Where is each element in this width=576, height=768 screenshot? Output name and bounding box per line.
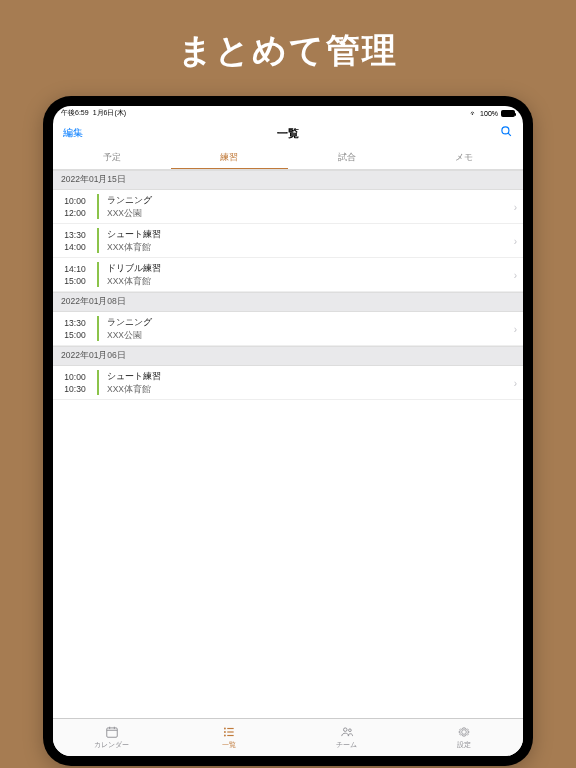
start-time: 14:10 <box>64 264 85 274</box>
svg-point-7 <box>224 731 226 733</box>
event-location: XXX体育館 <box>107 276 505 288</box>
search-button[interactable] <box>500 125 513 141</box>
tab-label: メモ <box>455 151 473 164</box>
status-date: 1月6日(木) <box>93 108 126 118</box>
time-range: 13:3015:00 <box>53 312 97 345</box>
event-location: XXX公園 <box>107 330 505 342</box>
chevron-right-icon: › <box>514 235 517 246</box>
chevron-right-icon: › <box>514 269 517 280</box>
tabbar-settings[interactable]: 設定 <box>406 719 524 756</box>
tab-label: 練習 <box>220 151 238 164</box>
list-item[interactable]: 14:1015:00ドリブル練習XXX体育館› <box>53 258 523 292</box>
svg-rect-9 <box>228 728 234 729</box>
end-time: 10:30 <box>64 384 85 394</box>
row-content: ランニングXXX公園 <box>99 190 505 223</box>
tab-practice[interactable]: 練習 <box>171 146 289 169</box>
row-content: ランニングXXX公園 <box>99 312 505 345</box>
section-header: 2022年01月06日 <box>53 346 523 366</box>
status-time: 午後6:59 <box>61 108 89 118</box>
end-time: 12:00 <box>64 208 85 218</box>
gear-icon <box>457 725 471 739</box>
svg-rect-2 <box>107 728 118 737</box>
list-item[interactable]: 13:3015:00ランニングXXX公園› <box>53 312 523 346</box>
list-item[interactable]: 10:0012:00ランニングXXX公園› <box>53 190 523 224</box>
wifi-icon: ᯤ <box>470 110 477 117</box>
team-icon <box>340 725 354 739</box>
tabbar-label: 一覧 <box>222 740 236 750</box>
segmented-control: 予定 練習 試合 メモ <box>53 146 523 170</box>
tabbar-calendar[interactable]: カレンダー <box>53 719 171 756</box>
time-range: 10:0012:00 <box>53 190 97 223</box>
tabbar-label: チーム <box>336 740 357 750</box>
svg-rect-10 <box>228 731 234 732</box>
event-location: XXX公園 <box>107 208 505 220</box>
svg-point-13 <box>348 729 351 732</box>
battery-icon <box>501 110 515 117</box>
chevron-right-icon: › <box>514 377 517 388</box>
event-title: シュート練習 <box>107 228 505 241</box>
promo-stage: まとめて管理 午後6:59 1月6日(木) ᯤ 100% 編集 一覧 <box>0 0 576 768</box>
tabbar-label: カレンダー <box>94 740 129 750</box>
tab-schedule[interactable]: 予定 <box>53 146 171 169</box>
row-content: シュート練習XXX体育館 <box>99 366 505 399</box>
tablet-frame: 午後6:59 1月6日(木) ᯤ 100% 編集 一覧 <box>43 96 533 766</box>
event-title: ドリブル練習 <box>107 262 505 275</box>
list-icon <box>222 725 236 739</box>
end-time: 15:00 <box>64 276 85 286</box>
edit-button[interactable]: 編集 <box>63 126 83 140</box>
chevron-right-icon: › <box>514 323 517 334</box>
start-time: 10:00 <box>64 196 85 206</box>
end-time: 15:00 <box>64 330 85 340</box>
time-range: 14:1015:00 <box>53 258 97 291</box>
row-content: シュート練習XXX体育館 <box>99 224 505 257</box>
section-header: 2022年01月08日 <box>53 292 523 312</box>
svg-point-8 <box>224 735 226 737</box>
start-time: 10:00 <box>64 372 85 382</box>
svg-point-12 <box>343 728 347 732</box>
search-icon <box>500 125 513 138</box>
event-location: XXX体育館 <box>107 384 505 396</box>
status-bar: 午後6:59 1月6日(木) ᯤ 100% <box>53 106 523 120</box>
tab-memo[interactable]: メモ <box>406 146 524 169</box>
start-time: 13:30 <box>64 230 85 240</box>
tabbar-team[interactable]: チーム <box>288 719 406 756</box>
tab-bar: カレンダー 一覧 チーム 設定 <box>53 718 523 756</box>
event-title: シュート練習 <box>107 370 505 383</box>
list-item[interactable]: 10:0010:30シュート練習XXX体育館› <box>53 366 523 400</box>
battery-percent: 100% <box>480 110 498 117</box>
navbar: 編集 一覧 <box>53 120 523 146</box>
page-title: 一覧 <box>53 126 523 141</box>
event-location: XXX体育館 <box>107 242 505 254</box>
time-range: 13:3014:00 <box>53 224 97 257</box>
tabbar-label: 設定 <box>457 740 471 750</box>
hero-headline: まとめて管理 <box>178 0 398 96</box>
time-range: 10:0010:30 <box>53 366 97 399</box>
event-title: ランニング <box>107 194 505 207</box>
event-list[interactable]: 2022年01月15日10:0012:00ランニングXXX公園›13:3014:… <box>53 170 523 718</box>
row-content: ドリブル練習XXX体育館 <box>99 258 505 291</box>
svg-rect-11 <box>228 735 234 736</box>
start-time: 13:30 <box>64 318 85 328</box>
end-time: 14:00 <box>64 242 85 252</box>
svg-line-1 <box>508 133 511 136</box>
svg-point-6 <box>224 728 226 730</box>
chevron-right-icon: › <box>514 201 517 212</box>
tab-label: 予定 <box>103 151 121 164</box>
tab-label: 試合 <box>338 151 356 164</box>
tabbar-list[interactable]: 一覧 <box>171 719 289 756</box>
list-item[interactable]: 13:3014:00シュート練習XXX体育館› <box>53 224 523 258</box>
screen: 午後6:59 1月6日(木) ᯤ 100% 編集 一覧 <box>53 106 523 756</box>
tab-match[interactable]: 試合 <box>288 146 406 169</box>
svg-point-0 <box>502 127 509 134</box>
section-header: 2022年01月15日 <box>53 170 523 190</box>
calendar-icon <box>105 725 119 739</box>
event-title: ランニング <box>107 316 505 329</box>
